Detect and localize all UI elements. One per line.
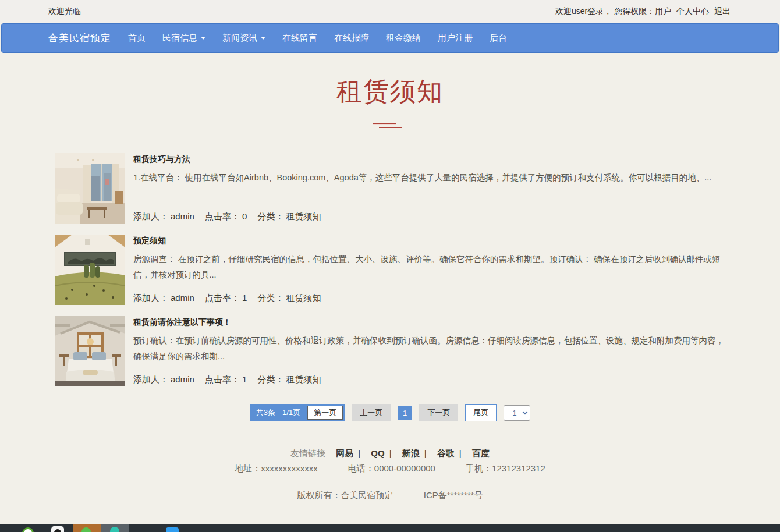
- article-title[interactable]: 预定须知: [133, 236, 725, 246]
- article-category[interactable]: 租赁须知: [286, 374, 321, 384]
- article-thumbnail-attic-bedroom[interactable]: [55, 316, 125, 386]
- welcome-bar: 欢迎光临 欢迎user登录， 您得权限：用户 个人中心 退出: [0, 0, 780, 23]
- logout-link[interactable]: 退出: [714, 6, 731, 17]
- taskbar-pinned-app-icon[interactable]: [166, 527, 179, 532]
- profile-center-link[interactable]: 个人中心: [676, 6, 709, 17]
- copyright: 版权所有：合美民宿预定 ICP备********号: [0, 490, 780, 501]
- footer-link-sina[interactable]: 新浪: [402, 448, 420, 458]
- article-meta: 添加人：admin 点击率：0 分类：租赁须知: [133, 211, 725, 224]
- prev-page-button[interactable]: 上一页: [352, 404, 391, 421]
- friend-links: 友情链接 网易| QQ| 新浪| 谷歌| 百度: [0, 448, 780, 459]
- footer-link-netease[interactable]: 网易: [336, 448, 353, 458]
- chevron-down-icon: [201, 37, 205, 40]
- page-indicator: 1/1页: [282, 407, 300, 418]
- footer-phone: 电话：0000-00000000: [348, 463, 435, 473]
- article-clicks: 0: [242, 211, 247, 221]
- pagination-summary: 共3条 1/1页 第一页: [250, 404, 345, 421]
- taskbar-active-app-tile[interactable]: [73, 524, 101, 532]
- article-title[interactable]: 租赁前请你注意以下事项！: [133, 317, 725, 328]
- page-title: 租赁须知: [0, 75, 780, 109]
- taskbar-browser-icon[interactable]: [22, 527, 34, 532]
- article-author: admin: [171, 293, 194, 303]
- article-row: 租赁前请你注意以下事项！ 预订确认：在预订前确认房源的可用性、价格和退订政策，并…: [55, 316, 725, 386]
- total-count: 共3条: [256, 407, 275, 418]
- site-brand[interactable]: 合美民宿预定: [48, 31, 111, 45]
- icp-number: ICP备********号: [424, 490, 483, 500]
- article-category[interactable]: 租赁须知: [286, 211, 321, 221]
- nav-item-report-issue[interactable]: 在线报障: [334, 33, 369, 44]
- friend-links-label: 友情链接: [290, 448, 325, 458]
- next-page-button[interactable]: 下一页: [419, 404, 458, 421]
- footer-mobile: 手机：12312312312: [466, 463, 545, 473]
- first-page-button[interactable]: 第一页: [307, 406, 343, 420]
- article-meta: 添加人：admin 点击率：1 分类：租赁须知: [133, 293, 725, 305]
- article-category[interactable]: 租赁须知: [286, 293, 321, 303]
- article-author: admin: [171, 374, 194, 384]
- article-body: 租赁前请你注意以下事项！ 预订确认：在预订前确认房源的可用性、价格和退订政策，并…: [125, 316, 725, 386]
- article-thumbnail-green-bedroom[interactable]: [55, 235, 125, 305]
- footer-link-google[interactable]: 谷歌: [437, 448, 455, 458]
- article-row: 租赁技巧与方法 1.在线平台： 使用在线平台如Airbnb、Booking.co…: [55, 153, 725, 224]
- taskbar-app-tile[interactable]: [101, 524, 129, 532]
- copyright-text: 版权所有：合美民宿预定: [297, 490, 393, 500]
- footer-address: 地址：xxxxxxxxxxxxx: [235, 463, 318, 473]
- nav-item-message-board[interactable]: 在线留言: [282, 33, 317, 44]
- article-excerpt: 预订确认：在预订前确认房源的可用性、价格和退订政策，并确保收到预订确认函。房源信…: [133, 333, 725, 364]
- taskbar-app-icon[interactable]: [51, 526, 64, 532]
- footer: 友情链接 网易| QQ| 新浪| 谷歌| 百度 地址：xxxxxxxxxxxxx…: [0, 448, 780, 501]
- article-meta: 添加人：admin 点击率：1 分类：租赁须知: [133, 374, 725, 386]
- nav-item-news[interactable]: 新闻资讯: [222, 33, 265, 44]
- nav-item-rent-payment[interactable]: 租金缴纳: [386, 33, 421, 44]
- footer-link-baidu[interactable]: 百度: [472, 448, 490, 458]
- article-list: 租赁技巧与方法 1.在线平台： 使用在线平台如Airbnb、Booking.co…: [55, 153, 725, 386]
- article-title[interactable]: 租赁技巧与方法: [133, 154, 725, 165]
- article-clicks: 1: [242, 374, 247, 384]
- article-body: 租赁技巧与方法 1.在线平台： 使用在线平台如Airbnb、Booking.co…: [125, 153, 725, 224]
- os-taskbar[interactable]: [0, 524, 780, 532]
- article-thumbnail-livingroom[interactable]: [55, 153, 125, 224]
- welcome-user-text: 欢迎user登录， 您得权限：用户: [555, 6, 671, 17]
- current-page-button[interactable]: 1: [398, 406, 412, 420]
- article-excerpt: 1.在线平台： 使用在线平台如Airbnb、Booking.com、Agoda等…: [133, 170, 725, 186]
- footer-link-qq[interactable]: QQ: [371, 448, 384, 458]
- nav-item-home[interactable]: 首页: [128, 33, 146, 44]
- welcome-left-text: 欢迎光临: [48, 6, 81, 17]
- title-divider: [361, 123, 419, 130]
- nav-item-admin[interactable]: 后台: [490, 33, 507, 44]
- chevron-down-icon: [261, 37, 265, 40]
- main-navbar: 合美民宿预定 首页 民宿信息 新闻资讯 在线留言 在线报障 租金缴纳 用户注册 …: [1, 23, 779, 53]
- nav-item-homestay-info[interactable]: 民宿信息: [162, 33, 205, 44]
- page-select[interactable]: 1: [504, 405, 530, 421]
- contact-info: 地址：xxxxxxxxxxxxx 电话：0000-00000000 手机：123…: [0, 463, 780, 474]
- article-author: admin: [171, 211, 194, 221]
- last-page-button[interactable]: 尾页: [465, 404, 497, 421]
- nav-item-user-register[interactable]: 用户注册: [438, 33, 473, 44]
- article-body: 预定须知 房源调查： 在预订之前，仔细研究民宿的信息，包括位置、大小、设施、评价…: [125, 235, 725, 305]
- article-clicks: 1: [242, 293, 247, 303]
- article-excerpt: 房源调查： 在预订之前，仔细研究民宿的信息，包括位置、大小、设施、评价等。确保它…: [133, 251, 725, 283]
- article-row: 预定须知 房源调查： 在预订之前，仔细研究民宿的信息，包括位置、大小、设施、评价…: [55, 235, 725, 305]
- pagination: 共3条 1/1页 第一页 上一页 1 下一页 尾页 1: [0, 404, 780, 421]
